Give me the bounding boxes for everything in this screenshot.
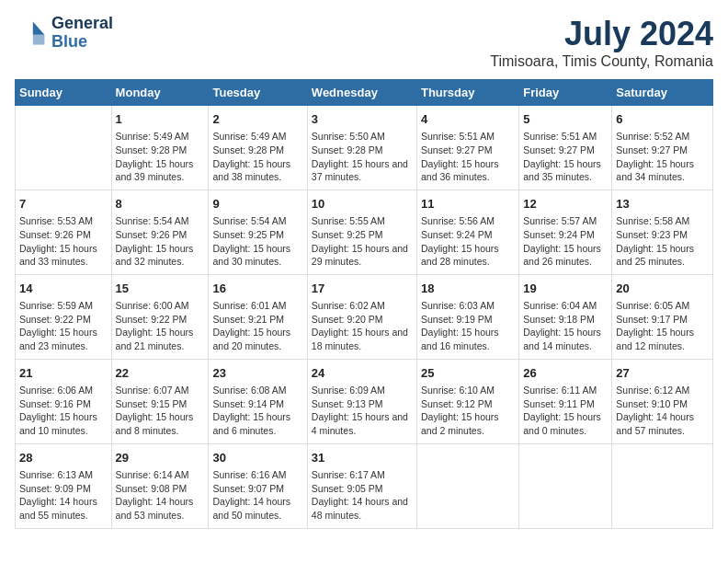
logo-text-blue: Blue <box>51 33 113 52</box>
day-info: Sunrise: 6:01 AMSunset: 9:21 PMDaylight:… <box>212 299 302 353</box>
day-number: 11 <box>421 196 515 213</box>
day-number: 2 <box>212 111 302 128</box>
day-info: Sunrise: 5:51 AMSunset: 9:27 PMDaylight:… <box>421 130 515 184</box>
day-number: 8 <box>116 196 205 213</box>
calendar-table: SundayMondayTuesdayWednesdayThursdayFrid… <box>15 79 713 529</box>
day-cell: 31Sunrise: 6:17 AMSunset: 9:05 PMDayligh… <box>307 443 416 528</box>
day-info: Sunrise: 6:04 AMSunset: 9:18 PMDaylight:… <box>523 299 608 353</box>
day-info: Sunrise: 6:13 AMSunset: 9:09 PMDaylight:… <box>19 468 108 523</box>
day-number: 14 <box>19 281 108 297</box>
day-cell: 6Sunrise: 5:52 AMSunset: 9:27 PMDaylight… <box>612 106 713 190</box>
col-header-sunday: Sunday <box>16 80 112 106</box>
day-cell: 23Sunrise: 6:08 AMSunset: 9:14 PMDayligh… <box>209 359 307 443</box>
day-cell: 5Sunrise: 5:51 AMSunset: 9:27 PMDaylight… <box>519 106 612 190</box>
day-cell: 27Sunrise: 6:12 AMSunset: 9:10 PMDayligh… <box>612 359 713 443</box>
svg-marker-1 <box>33 35 45 45</box>
day-number: 31 <box>312 450 413 466</box>
day-info: Sunrise: 5:55 AMSunset: 9:25 PMDaylight:… <box>312 214 413 269</box>
day-info: Sunrise: 5:56 AMSunset: 9:24 PMDaylight:… <box>421 214 515 269</box>
logo-icon <box>15 17 48 50</box>
day-cell: 18Sunrise: 6:03 AMSunset: 9:19 PMDayligh… <box>416 274 518 359</box>
day-info: Sunrise: 5:51 AMSunset: 9:27 PMDaylight:… <box>523 130 608 184</box>
day-info: Sunrise: 6:06 AMSunset: 9:16 PMDaylight:… <box>19 384 108 438</box>
day-number: 30 <box>212 450 302 466</box>
day-cell: 21Sunrise: 6:06 AMSunset: 9:16 PMDayligh… <box>16 359 112 443</box>
day-info: Sunrise: 6:02 AMSunset: 9:20 PMDaylight:… <box>312 299 413 353</box>
title-block: July 2024 Timisoara, Timis County, Roman… <box>490 15 713 70</box>
day-info: Sunrise: 6:14 AMSunset: 9:08 PMDaylight:… <box>116 468 205 523</box>
day-number: 9 <box>212 196 302 213</box>
day-cell: 16Sunrise: 6:01 AMSunset: 9:21 PMDayligh… <box>209 274 307 359</box>
day-cell: 9Sunrise: 5:54 AMSunset: 9:25 PMDaylight… <box>209 190 307 274</box>
day-info: Sunrise: 6:00 AMSunset: 9:22 PMDaylight:… <box>116 299 205 353</box>
day-cell: 3Sunrise: 5:50 AMSunset: 9:28 PMDaylight… <box>307 106 416 190</box>
day-cell: 7Sunrise: 5:53 AMSunset: 9:26 PMDaylight… <box>16 190 112 274</box>
col-header-wednesday: Wednesday <box>307 80 416 106</box>
day-info: Sunrise: 5:52 AMSunset: 9:27 PMDaylight:… <box>616 130 709 184</box>
day-info: Sunrise: 5:49 AMSunset: 9:28 PMDaylight:… <box>116 130 205 184</box>
header-row: SundayMondayTuesdayWednesdayThursdayFrid… <box>16 80 713 106</box>
day-cell: 2Sunrise: 5:49 AMSunset: 9:28 PMDaylight… <box>209 106 307 190</box>
day-cell: 29Sunrise: 6:14 AMSunset: 9:08 PMDayligh… <box>111 443 209 528</box>
day-info: Sunrise: 6:17 AMSunset: 9:05 PMDaylight:… <box>312 468 413 523</box>
week-row-2: 7Sunrise: 5:53 AMSunset: 9:26 PMDaylight… <box>16 190 713 274</box>
day-number: 15 <box>116 281 205 297</box>
day-info: Sunrise: 6:16 AMSunset: 9:07 PMDaylight:… <box>212 468 302 523</box>
day-info: Sunrise: 6:10 AMSunset: 9:12 PMDaylight:… <box>421 384 515 438</box>
day-number: 4 <box>421 111 515 128</box>
day-number: 21 <box>19 365 108 382</box>
month-title: July 2024 <box>490 15 713 53</box>
day-number: 10 <box>312 196 413 213</box>
day-number: 23 <box>212 365 302 382</box>
day-number: 24 <box>312 365 413 382</box>
day-cell: 1Sunrise: 5:49 AMSunset: 9:28 PMDaylight… <box>111 106 209 190</box>
day-info: Sunrise: 5:57 AMSunset: 9:24 PMDaylight:… <box>523 214 608 269</box>
day-info: Sunrise: 5:50 AMSunset: 9:28 PMDaylight:… <box>312 130 413 184</box>
day-cell <box>612 443 713 528</box>
day-cell: 22Sunrise: 6:07 AMSunset: 9:15 PMDayligh… <box>111 359 209 443</box>
week-row-5: 28Sunrise: 6:13 AMSunset: 9:09 PMDayligh… <box>16 443 713 528</box>
day-info: Sunrise: 5:54 AMSunset: 9:26 PMDaylight:… <box>116 214 205 269</box>
col-header-friday: Friday <box>519 80 612 106</box>
day-number: 17 <box>312 281 413 297</box>
day-cell: 26Sunrise: 6:11 AMSunset: 9:11 PMDayligh… <box>519 359 612 443</box>
day-number: 18 <box>421 281 515 297</box>
day-number: 22 <box>116 365 205 382</box>
svg-marker-0 <box>33 21 45 34</box>
col-header-monday: Monday <box>111 80 209 106</box>
day-info: Sunrise: 6:12 AMSunset: 9:10 PMDaylight:… <box>616 384 709 438</box>
day-cell: 14Sunrise: 5:59 AMSunset: 9:22 PMDayligh… <box>16 274 112 359</box>
day-number: 20 <box>616 281 709 297</box>
day-number: 29 <box>116 450 205 466</box>
day-number: 1 <box>116 111 205 128</box>
col-header-saturday: Saturday <box>612 80 713 106</box>
day-number: 27 <box>616 365 709 382</box>
location-subtitle: Timisoara, Timis County, Romania <box>490 53 713 70</box>
day-cell <box>16 106 112 190</box>
day-cell: 12Sunrise: 5:57 AMSunset: 9:24 PMDayligh… <box>519 190 612 274</box>
logo-text-general: General <box>51 15 113 33</box>
day-cell: 17Sunrise: 6:02 AMSunset: 9:20 PMDayligh… <box>307 274 416 359</box>
day-number: 3 <box>312 111 413 128</box>
day-number: 6 <box>616 111 709 128</box>
day-info: Sunrise: 6:05 AMSunset: 9:17 PMDaylight:… <box>616 299 709 353</box>
day-number: 7 <box>19 196 108 213</box>
day-number: 12 <box>523 196 608 213</box>
day-number: 13 <box>616 196 709 213</box>
day-info: Sunrise: 6:07 AMSunset: 9:15 PMDaylight:… <box>116 384 205 438</box>
day-info: Sunrise: 6:08 AMSunset: 9:14 PMDaylight:… <box>212 384 302 438</box>
day-info: Sunrise: 5:59 AMSunset: 9:22 PMDaylight:… <box>19 299 108 353</box>
day-cell: 13Sunrise: 5:58 AMSunset: 9:23 PMDayligh… <box>612 190 713 274</box>
day-cell: 11Sunrise: 5:56 AMSunset: 9:24 PMDayligh… <box>416 190 518 274</box>
day-cell: 8Sunrise: 5:54 AMSunset: 9:26 PMDaylight… <box>111 190 209 274</box>
day-cell: 30Sunrise: 6:16 AMSunset: 9:07 PMDayligh… <box>209 443 307 528</box>
col-header-tuesday: Tuesday <box>209 80 307 106</box>
day-cell: 15Sunrise: 6:00 AMSunset: 9:22 PMDayligh… <box>111 274 209 359</box>
week-row-3: 14Sunrise: 5:59 AMSunset: 9:22 PMDayligh… <box>16 274 713 359</box>
day-cell: 20Sunrise: 6:05 AMSunset: 9:17 PMDayligh… <box>612 274 713 359</box>
day-number: 5 <box>523 111 608 128</box>
day-number: 26 <box>523 365 608 382</box>
col-header-thursday: Thursday <box>416 80 518 106</box>
day-info: Sunrise: 5:54 AMSunset: 9:25 PMDaylight:… <box>212 214 302 269</box>
day-cell <box>416 443 518 528</box>
